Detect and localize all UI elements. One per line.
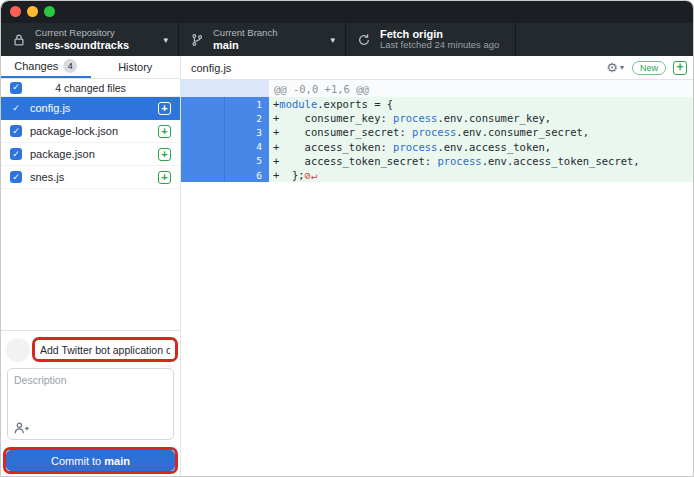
sidebar: Changes 4 History ✓ 4 changed files ✓ co… <box>1 56 181 477</box>
diff-panel: config.js ⚙ ▾ New + @@ -0,0 +1,6 @@ 1 +m… <box>181 56 694 477</box>
diff-header: config.js ⚙ ▾ New + <box>181 56 694 80</box>
added-file-icon: + <box>158 148 171 161</box>
commit-summary-input[interactable] <box>35 341 175 359</box>
diff-file-name: config.js <box>191 62 606 74</box>
repository-label: Current Repository <box>35 28 129 39</box>
repository-name: snes-soundtracks <box>35 39 129 52</box>
old-line-gutter[interactable] <box>181 140 224 154</box>
diff-line[interactable]: 1 +module.exports = { <box>181 97 694 111</box>
commit-to-main-button[interactable]: Commit to main <box>6 450 175 471</box>
file-row-config-js[interactable]: ✓ config.js + <box>1 97 180 120</box>
current-branch-dropdown[interactable]: Current Branch main ▾ <box>179 23 346 56</box>
changes-count-badge: 4 <box>63 59 77 73</box>
line-number[interactable]: 6 <box>224 168 269 182</box>
line-number[interactable]: 5 <box>224 154 269 168</box>
toolbar: Current Repository snes-soundtracks ▾ Cu… <box>1 23 694 56</box>
sidebar-tabs: Changes 4 History <box>1 56 180 79</box>
file-name: config.js <box>30 102 150 114</box>
annotation-highlight-summary <box>32 337 178 362</box>
file-name: package-lock.json <box>30 125 150 137</box>
gear-icon[interactable]: ⚙ <box>606 61 618 74</box>
current-repository-dropdown[interactable]: Current Repository snes-soundtracks ▾ <box>1 23 179 56</box>
branch-label: Current Branch <box>213 28 277 39</box>
added-file-icon: + <box>158 102 171 115</box>
diff-line[interactable]: 4 + access_token: process.env.access_tok… <box>181 140 694 154</box>
code-added-line: + consumer_key: process.env.consumer_key… <box>269 111 694 125</box>
commit-button-branch: main <box>104 455 130 467</box>
commit-form: Commit to main <box>1 330 180 477</box>
minimize-window-button[interactable] <box>27 6 38 17</box>
fetch-status: Last fetched 24 minutes ago <box>380 40 499 51</box>
hunk-header-text: @@ -0,0 +1,6 @@ <box>269 80 694 97</box>
added-file-icon: + <box>158 125 171 138</box>
file-checkbox[interactable]: ✓ <box>10 148 22 160</box>
github-desktop-window: Current Repository snes-soundtracks ▾ Cu… <box>0 0 694 477</box>
old-line-gutter[interactable] <box>181 111 224 125</box>
sync-icon <box>356 32 372 48</box>
line-number[interactable]: 2 <box>224 111 269 125</box>
file-name: package.json <box>30 148 150 160</box>
changed-files-count: 4 changed files <box>55 82 126 94</box>
expand-diff-icon[interactable]: + <box>673 61 687 75</box>
chevron-down-icon: ▾ <box>163 35 168 45</box>
diff-line[interactable]: 2 + consumer_key: process.env.consumer_k… <box>181 111 694 125</box>
code-added-line: + access_token: process.env.access_token… <box>269 140 694 154</box>
line-number[interactable]: 1 <box>224 97 269 111</box>
tab-history-label: History <box>118 61 152 73</box>
title-bar <box>1 1 694 23</box>
lock-icon <box>11 32 27 48</box>
file-row-package-lock-json[interactable]: ✓ package-lock.json + <box>1 120 180 143</box>
line-number[interactable]: 3 <box>224 125 269 139</box>
old-line-gutter[interactable] <box>181 125 224 139</box>
file-checkbox[interactable]: ✓ <box>10 102 22 114</box>
select-all-checkbox[interactable]: ✓ <box>10 82 22 94</box>
branch-name: main <box>213 39 277 52</box>
old-line-gutter[interactable] <box>181 154 224 168</box>
old-line-gutter[interactable] <box>181 97 224 111</box>
commit-button-label: Commit to <box>51 455 104 467</box>
annotation-highlight-commit-button: Commit to main <box>3 447 178 474</box>
add-coauthor-icon[interactable] <box>14 421 30 435</box>
tab-changes-label: Changes <box>14 60 58 72</box>
added-file-icon: + <box>158 171 171 184</box>
hunk-gutter <box>181 80 269 97</box>
chevron-down-icon[interactable]: ▾ <box>620 63 624 72</box>
hunk-header-row: @@ -0,0 +1,6 @@ <box>181 80 694 97</box>
code-added-line: + };⊘↵ <box>269 168 694 182</box>
old-line-gutter[interactable] <box>181 168 224 182</box>
code-added-line: + consumer_secret: process.env.consumer_… <box>269 125 694 139</box>
zoom-window-button[interactable] <box>44 6 55 17</box>
code-added-line: + access_token_secret: process.env.acces… <box>269 154 694 168</box>
close-window-button[interactable] <box>10 6 21 17</box>
code-added-line: +module.exports = { <box>269 97 694 111</box>
no-newline-icon: ⊘↵ <box>305 169 318 181</box>
tab-changes[interactable]: Changes 4 <box>1 56 91 78</box>
tab-history[interactable]: History <box>91 56 181 78</box>
diff-line[interactable]: 3 + consumer_secret: process.env.consume… <box>181 125 694 139</box>
file-row-package-json[interactable]: ✓ package.json + <box>1 143 180 166</box>
avatar <box>6 338 30 362</box>
fetch-origin-button[interactable]: Fetch origin Last fetched 24 minutes ago <box>346 23 516 56</box>
changed-files-header: ✓ 4 changed files <box>1 79 180 97</box>
new-file-badge: New <box>632 61 666 75</box>
file-name: snes.js <box>30 171 150 183</box>
diff-line[interactable]: 5 + access_token_secret: process.env.acc… <box>181 154 694 168</box>
file-row-snes-js[interactable]: ✓ snes.js + <box>1 166 180 189</box>
file-checkbox[interactable]: ✓ <box>10 171 22 183</box>
line-number[interactable]: 4 <box>224 140 269 154</box>
diff-line[interactable]: 6 + };⊘↵ <box>181 168 694 182</box>
file-checkbox[interactable]: ✓ <box>10 125 22 137</box>
commit-description-box <box>7 368 174 440</box>
git-branch-icon <box>189 32 205 48</box>
commit-description-input[interactable] <box>8 369 173 419</box>
chevron-down-icon: ▾ <box>330 35 335 45</box>
